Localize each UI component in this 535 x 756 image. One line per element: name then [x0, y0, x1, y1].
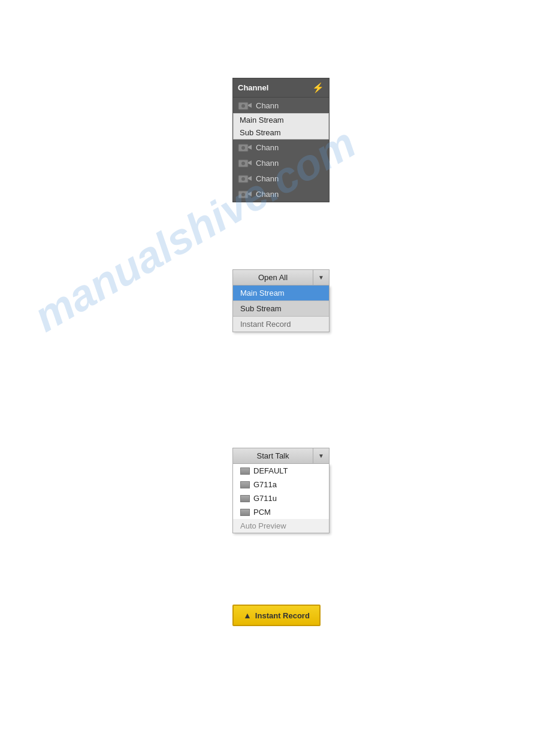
channel-row-1[interactable]: Chann: [233, 98, 329, 113]
warning-icon: ▲: [243, 611, 252, 620]
open-all-instant-record: Instant Record: [233, 317, 329, 332]
open-all-menu: Main Stream Sub Stream Instant Record: [232, 286, 330, 332]
svg-marker-10: [248, 176, 252, 181]
instant-record-button[interactable]: ▲ Instant Record: [232, 605, 321, 626]
camera-icon-4: [238, 173, 252, 184]
instant-record-section: ▲ Instant Record: [232, 605, 321, 626]
channel-panel-section: Channel ⚡ Chann Main Stream Sub Stream: [232, 78, 330, 202]
instant-record-label: Instant Record: [255, 611, 310, 620]
start-talk-section: Start Talk ▼ DEFAULT G711a G711u PCM Aut…: [232, 448, 330, 533]
start-talk-arrow[interactable]: ▼: [313, 448, 330, 464]
svg-point-8: [241, 162, 245, 165]
camera-icon-2: [238, 142, 252, 153]
channel-label-5: Chann: [256, 190, 279, 199]
channel-label-3: Chann: [256, 159, 279, 168]
sub-stream-option-1[interactable]: Sub Stream: [234, 126, 328, 139]
channel-label-1: Chann: [256, 101, 279, 110]
stream-submenu-1: Main Stream Sub Stream: [233, 113, 329, 139]
channel-item-4[interactable]: Chann: [233, 171, 329, 186]
channel-item-5[interactable]: Chann: [233, 186, 329, 202]
channel-title: Channel: [238, 83, 268, 92]
camera-icon-1: [238, 100, 252, 111]
svg-point-14: [241, 193, 245, 196]
start-talk-button[interactable]: Start Talk: [232, 448, 313, 464]
svg-marker-1: [248, 103, 252, 108]
open-all-section: Open All ▼ Main Stream Sub Stream Instan…: [232, 269, 330, 332]
talk-pcm-option[interactable]: PCM: [233, 505, 329, 519]
channel-label-4: Chann: [256, 174, 279, 183]
start-talk-menu: DEFAULT G711a G711u PCM Auto Preview: [232, 464, 330, 533]
menu-bar-icon-2: [240, 481, 250, 488]
open-all-main-stream[interactable]: Main Stream: [233, 286, 329, 301]
open-all-button-row: Open All ▼: [232, 269, 330, 286]
channel-item-2[interactable]: Chann: [233, 139, 329, 155]
open-all-button[interactable]: Open All: [232, 269, 313, 286]
menu-bar-icon-1: [240, 467, 250, 475]
svg-marker-13: [248, 192, 252, 196]
main-stream-option-1[interactable]: Main Stream: [234, 114, 328, 126]
camera-icon-5: [238, 189, 252, 199]
svg-marker-4: [248, 145, 252, 150]
svg-point-2: [241, 104, 245, 108]
channel-panel: Channel ⚡ Chann Main Stream Sub Stream: [232, 78, 330, 202]
svg-marker-7: [248, 160, 252, 165]
refresh-icon[interactable]: ⚡: [312, 82, 324, 93]
start-talk-container: Start Talk ▼ DEFAULT G711a G711u PCM Aut…: [232, 448, 330, 533]
talk-g711u-option[interactable]: G711u: [233, 491, 329, 505]
svg-point-11: [241, 177, 245, 181]
menu-bar-icon-4: [240, 509, 250, 516]
channel-item-3[interactable]: Chann: [233, 155, 329, 171]
camera-icon-3: [238, 157, 252, 168]
start-talk-button-row: Start Talk ▼: [232, 448, 330, 464]
talk-default-option[interactable]: DEFAULT: [233, 464, 329, 478]
talk-g711a-option[interactable]: G711a: [233, 478, 329, 491]
open-all-arrow[interactable]: ▼: [313, 269, 330, 286]
channel-item-1: Chann Main Stream Sub Stream: [233, 98, 329, 139]
talk-auto-preview-option: Auto Preview: [233, 519, 329, 533]
open-all-sub-stream[interactable]: Sub Stream: [233, 301, 329, 317]
menu-bar-icon-3: [240, 495, 250, 502]
channel-label-2: Chann: [256, 143, 279, 152]
channel-header: Channel ⚡: [233, 78, 329, 98]
svg-point-5: [241, 146, 245, 150]
open-all-container: Open All ▼ Main Stream Sub Stream Instan…: [232, 269, 330, 332]
